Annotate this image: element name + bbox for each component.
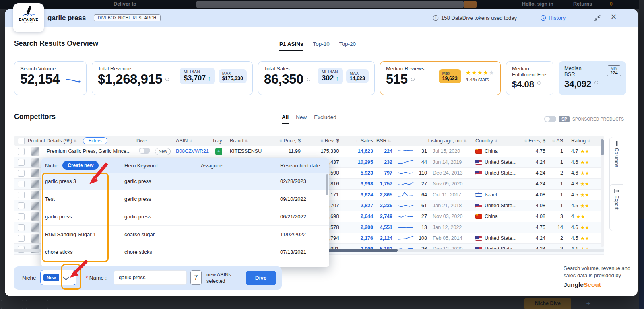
col-price[interactable]: Price, $ (284, 138, 301, 144)
row-checkbox[interactable] (18, 235, 25, 242)
tab-top-10[interactable]: Top-10 (313, 41, 330, 51)
median-value: 302 (322, 74, 334, 82)
row-checkbox[interactable] (18, 224, 25, 231)
row-checkbox[interactable] (18, 202, 25, 209)
bsr-cell: 1,757 (376, 181, 395, 187)
sort-icon[interactable]: ⇅ (189, 139, 192, 143)
select-all-checkbox[interactable] (18, 138, 25, 144)
niche-option-row[interactable]: chore sticks chore sticks 07/13/2021 (41, 243, 329, 261)
niche-name[interactable]: Ruvi Sanding Sugar 1 (41, 231, 121, 237)
sort-icon[interactable]: ⇅ (388, 139, 391, 143)
row-checkbox[interactable] (18, 192, 25, 198)
niche-select[interactable]: New (40, 270, 76, 285)
chevron-down-icon[interactable] (63, 274, 69, 280)
listing-age-cell: 27 (413, 181, 429, 187)
stars-caption: 4.4/5 stars (466, 77, 495, 82)
sort-icon[interactable]: ⇅ (279, 139, 282, 143)
history-label: History (549, 15, 566, 21)
rating-value: 4.6 (571, 159, 578, 165)
tab-p1-asins[interactable]: P1 ASINs (279, 41, 303, 51)
asin-link[interactable]: B08CZVWR21 (172, 148, 212, 154)
col-rating[interactable]: Rating (571, 138, 586, 144)
tab-excluded[interactable]: Excluded (314, 114, 336, 124)
col-country[interactable]: Country (475, 138, 493, 144)
sort-desc-icon[interactable]: ↓ (355, 138, 358, 144)
col-as[interactable]: AS (556, 138, 563, 144)
vertical-scroll-thumb[interactable] (601, 139, 604, 155)
sort-icon[interactable]: ⇅ (73, 139, 76, 143)
tab-top-20[interactable]: Top-20 (339, 41, 356, 51)
niche-option-row[interactable]: garlic press 3 garlic press 02/28/2023 (41, 173, 329, 190)
niche-name-input[interactable]: garlic press (114, 270, 187, 285)
niche-header-label: Niche (45, 163, 58, 169)
niche-name[interactable]: garlic press (41, 214, 121, 220)
up-arrow-icon: ↑ (336, 75, 339, 82)
row-checkbox[interactable] (18, 213, 25, 220)
niche-option-row[interactable]: garlic press garlic press 06/21/2022 (41, 208, 329, 226)
country-cell: United State... (470, 235, 518, 241)
row-checkbox[interactable] (18, 159, 25, 166)
close-icon[interactable]: ✕ (611, 12, 617, 21)
row-checkbox[interactable] (18, 181, 25, 187)
hero-keyword: garlic press (121, 196, 197, 202)
filters-button[interactable]: Filters (83, 137, 107, 144)
col-product-details[interactable]: Product Details (96) (28, 138, 72, 144)
logo-subtext: TOOLS (13, 21, 44, 24)
max-reviews-chip: Max 19,623 (439, 69, 461, 83)
tray-add-button[interactable]: + (215, 148, 222, 155)
median-bsr-card: Median BSR MIN 224 34,092 (559, 61, 626, 95)
sp-badge: SP (559, 116, 570, 122)
columns-button[interactable]: Columns (609, 137, 623, 190)
niche-name[interactable]: Test (41, 196, 121, 202)
name-label: * Name : (86, 275, 107, 281)
card-label: Search Volume (20, 66, 80, 72)
col-sales[interactable]: Sales (361, 138, 373, 144)
tab-new[interactable]: New (296, 114, 307, 124)
researched-date: 09/10/2022 (277, 196, 329, 202)
sort-icon[interactable]: ⇅ (524, 139, 527, 143)
export-button[interactable]: Export (609, 184, 623, 231)
chip-label: MEDIAN (184, 70, 211, 74)
niche-option-row[interactable]: bakeware sets bakeware sets 06/10/2023 (41, 261, 329, 267)
dive-button[interactable]: Dive (246, 271, 276, 285)
create-new-button[interactable]: Create new (62, 161, 99, 170)
dropdown-scroll-thumb[interactable] (326, 174, 328, 195)
sort-icon[interactable]: ⇅ (464, 139, 467, 143)
sort-icon[interactable]: ⇅ (494, 139, 497, 143)
listing-toggle[interactable] (139, 148, 150, 154)
history-button[interactable]: History (540, 15, 566, 21)
listing-age-cell: 13 (413, 225, 429, 230)
niche-dropdown-rows: garlic press 3 garlic press 02/28/2023 T… (41, 173, 329, 267)
niche-option-row[interactable]: Test garlic press 09/10/2022 (41, 190, 329, 208)
row-checkbox[interactable] (18, 148, 25, 155)
tab-all[interactable]: All (282, 114, 289, 124)
niche-option-row[interactable]: Ruvi Sanding Sugar 1 coarse sugar 11/02/… (41, 226, 329, 243)
col-rev[interactable]: Rev, $ (325, 138, 339, 144)
sort-icon[interactable]: ⇅ (244, 139, 248, 143)
sort-icon[interactable]: ⇅ (320, 139, 323, 143)
sales-sparkline (397, 235, 414, 241)
col-listing-age[interactable]: Listing age, mo (428, 138, 462, 144)
sort-icon[interactable]: ⇅ (587, 139, 590, 143)
bsr-cell: 224 (376, 148, 395, 154)
as-cell: 1 (548, 203, 566, 208)
niche-name[interactable]: garlic press 3 (41, 178, 121, 184)
rating-stars: ★★ (576, 214, 584, 219)
col-asin[interactable]: ASIN (176, 138, 188, 144)
chip-label: MEDIAN (322, 70, 339, 74)
table-row[interactable]: Premium Garlic Press, Garlic Mince... Ne… (14, 146, 604, 157)
collapse-button[interactable] (593, 14, 601, 24)
product-thumbnail (31, 180, 39, 188)
row-checkbox[interactable] (18, 170, 25, 177)
product-title[interactable]: Premium Garlic Press, Garlic Mince... (43, 148, 136, 154)
col-bsr[interactable]: BSR (376, 138, 387, 144)
sort-icon[interactable]: ⇅ (552, 139, 555, 143)
niche-new-badge: New (43, 274, 59, 281)
vertical-scrollbar[interactable] (601, 138, 604, 247)
listing-date-cell: Oct 11, 2017 (429, 192, 470, 198)
rating-value: 4.5 (571, 235, 578, 241)
niche-name[interactable]: chore sticks (41, 249, 121, 255)
col-fees[interactable]: Fees, $ (528, 138, 545, 144)
sponsored-toggle[interactable] (544, 116, 556, 122)
col-brand[interactable]: Brand (230, 138, 243, 144)
